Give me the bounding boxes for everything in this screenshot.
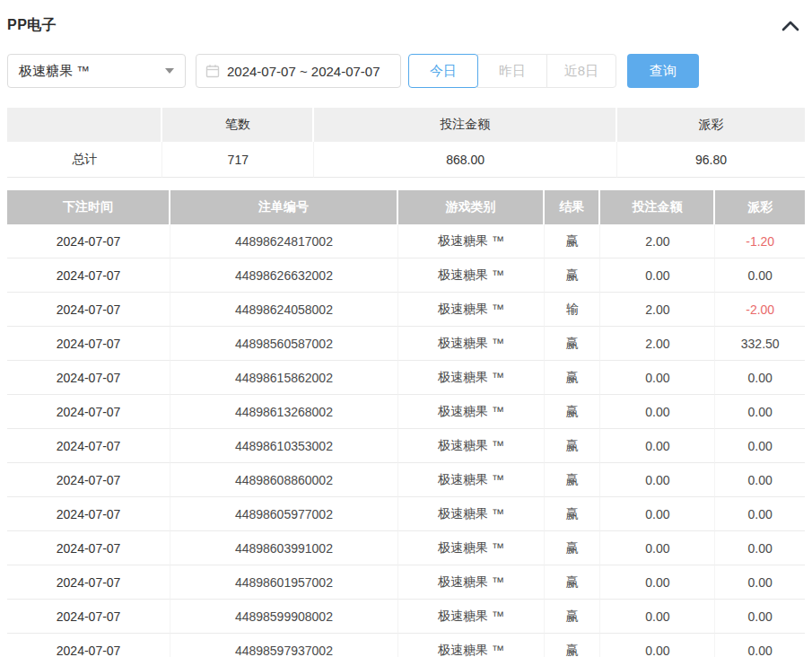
table-row: 2024-07-07 44898603991002 极速糖果 ™ 赢 0.00 … — [7, 531, 805, 565]
result-cell: 赢 — [545, 531, 600, 565]
game-cell: 极速糖果 ™ — [398, 565, 546, 600]
game-cell: 极速糖果 ™ — [398, 395, 546, 429]
table-row: 2024-07-07 44898624058002 极速糖果 ™ 输 2.00 … — [7, 293, 805, 327]
bet-id-cell: 44898626632002 — [170, 258, 397, 293]
bet-id-cell: 44898613268002 — [170, 395, 397, 429]
chevron-down-icon — [165, 68, 174, 74]
bet-time-cell: 2024-07-07 — [7, 531, 170, 565]
bet-header-game: 游戏类别 — [398, 190, 546, 224]
amount-cell: 0.00 — [600, 463, 715, 497]
search-button[interactable]: 查询 — [627, 54, 699, 88]
amount-cell: 0.00 — [600, 531, 715, 565]
bet-id-cell: 44898615862002 — [170, 361, 397, 395]
yesterday-button[interactable]: 昨日 — [477, 54, 547, 88]
amount-cell: 2.00 — [600, 293, 715, 327]
bet-header-payout: 派彩 — [715, 190, 805, 224]
payout-cell: 0.00 — [715, 634, 805, 657]
table-row: 2024-07-07 44898560587002 极速糖果 ™ 赢 2.00 … — [7, 327, 805, 361]
payout-cell: 0.00 — [715, 395, 805, 429]
game-cell: 极速糖果 ™ — [398, 258, 546, 293]
bet-table-body: 2024-07-07 44898624817002 极速糖果 ™ 赢 2.00 … — [7, 224, 805, 657]
summary-header-empty — [7, 108, 162, 142]
payout-cell: 0.00 — [715, 600, 805, 634]
bet-id-cell: 44898610353002 — [170, 429, 397, 463]
summary-header-payout: 派彩 — [617, 108, 805, 142]
payout-cell: 0.00 — [715, 565, 805, 600]
payout-cell: -1.20 — [715, 224, 805, 258]
game-cell: 极速糖果 ™ — [398, 429, 546, 463]
result-cell: 赢 — [545, 463, 600, 497]
collapse-button[interactable] — [780, 18, 801, 33]
payout-cell: 332.50 — [715, 327, 805, 361]
filter-bar: 极速糖果 ™ 2024-07-07 ~ 2024-07-07 今日 昨日 近8日… — [7, 54, 805, 88]
bet-id-cell: 44898599908002 — [170, 600, 397, 634]
game-cell: 极速糖果 ™ — [398, 327, 546, 361]
bet-id-cell: 44898603991002 — [170, 531, 397, 565]
game-cell: 极速糖果 ™ — [398, 600, 546, 634]
last-8-days-button[interactable]: 近8日 — [546, 54, 616, 88]
result-cell: 赢 — [545, 634, 600, 657]
game-cell: 极速糖果 ™ — [398, 463, 546, 497]
today-button[interactable]: 今日 — [408, 54, 478, 88]
amount-cell: 0.00 — [600, 634, 715, 657]
summary-total-row: 总计 717 868.00 96.80 — [7, 142, 805, 178]
bet-time-cell: 2024-07-07 — [7, 293, 170, 327]
game-select[interactable]: 极速糖果 ™ — [7, 54, 186, 88]
summary-total-label: 总计 — [7, 142, 162, 178]
amount-cell: 0.00 — [600, 395, 715, 429]
game-cell: 极速糖果 ™ — [398, 293, 546, 327]
game-cell: 极速糖果 ™ — [398, 224, 546, 258]
amount-cell: 0.00 — [600, 497, 715, 531]
table-row: 2024-07-07 44898615862002 极速糖果 ™ 赢 0.00 … — [7, 361, 805, 395]
result-cell: 赢 — [545, 429, 600, 463]
date-range-value: 2024-07-07 ~ 2024-07-07 — [227, 64, 380, 79]
amount-cell: 2.00 — [600, 224, 715, 258]
bet-time-cell: 2024-07-07 — [7, 497, 170, 531]
amount-cell: 0.00 — [600, 429, 715, 463]
result-cell: 赢 — [545, 497, 600, 531]
game-cell: 极速糖果 ™ — [398, 531, 546, 565]
result-cell: 赢 — [545, 565, 600, 600]
table-row: 2024-07-07 44898624817002 极速糖果 ™ 赢 2.00 … — [7, 224, 805, 258]
date-range-input[interactable]: 2024-07-07 ~ 2024-07-07 — [196, 54, 401, 88]
result-cell: 赢 — [545, 224, 600, 258]
payout-cell: 0.00 — [715, 361, 805, 395]
bet-time-cell: 2024-07-07 — [7, 634, 170, 657]
amount-cell: 0.00 — [600, 565, 715, 600]
bet-id-cell: 44898624817002 — [170, 224, 397, 258]
payout-cell: -2.00 — [715, 293, 805, 327]
summary-header-count: 笔数 — [162, 108, 314, 142]
result-cell: 赢 — [545, 600, 600, 634]
bet-id-cell: 44898608860002 — [170, 463, 397, 497]
calendar-icon — [205, 64, 220, 78]
amount-cell: 0.00 — [600, 600, 715, 634]
panel-title: PP电子 — [7, 16, 57, 35]
amount-cell: 2.00 — [600, 327, 715, 361]
summary-header-bet-amount: 投注金额 — [314, 108, 617, 142]
amount-cell: 0.00 — [600, 258, 715, 293]
bet-table-header-row: 下注时间 注单编号 游戏类别 结果 投注金额 派彩 — [7, 190, 805, 224]
result-cell: 赢 — [545, 361, 600, 395]
result-cell: 赢 — [545, 258, 600, 293]
bet-time-cell: 2024-07-07 — [7, 361, 170, 395]
table-row: 2024-07-07 44898601957002 极速糖果 ™ 赢 0.00 … — [7, 565, 805, 600]
chevron-up-icon — [781, 21, 799, 34]
bet-header-amount: 投注金额 — [600, 190, 715, 224]
bet-id-cell: 44898601957002 — [170, 565, 397, 600]
result-cell: 输 — [545, 293, 600, 327]
bet-time-cell: 2024-07-07 — [7, 395, 170, 429]
bet-time-cell: 2024-07-07 — [7, 258, 170, 293]
bet-id-cell: 44898624058002 — [170, 293, 397, 327]
summary-header-row: 笔数 投注金额 派彩 — [7, 108, 805, 142]
bet-time-cell: 2024-07-07 — [7, 327, 170, 361]
bet-time-cell: 2024-07-07 — [7, 565, 170, 600]
bet-records-table: 下注时间 注单编号 游戏类别 结果 投注金额 派彩 2024-07-07 448… — [7, 190, 805, 657]
panel-header: PP电子 — [7, 14, 805, 36]
game-select-value: 极速糖果 ™ — [19, 63, 90, 80]
result-cell: 赢 — [545, 395, 600, 429]
bet-time-cell: 2024-07-07 — [7, 429, 170, 463]
game-cell: 极速糖果 ™ — [398, 361, 546, 395]
bet-id-cell: 44898560587002 — [170, 327, 397, 361]
bet-header-time: 下注时间 — [7, 190, 170, 224]
summary-table: 笔数 投注金额 派彩 总计 717 868.00 96.80 — [7, 108, 805, 178]
